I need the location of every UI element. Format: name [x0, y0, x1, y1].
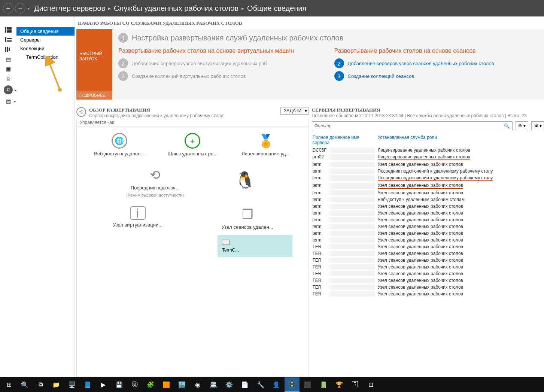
table-row[interactable]: TERУзел сеансов удаленных рабочих столов	[312, 277, 544, 284]
table-row[interactable]: TERУзел сеансов удаленных рабочих столов	[312, 264, 544, 270]
table-row[interactable]: TERУзел сеансов удаленных рабочих столов	[312, 291, 544, 297]
table-row[interactable]: prn02Лицензирование удаленных рабочих ст…	[312, 154, 544, 161]
server-list[interactable]: DC05FЛицензирование удаленных рабочих ст…	[312, 147, 544, 377]
search-icon[interactable]: 🔍	[502, 123, 512, 129]
nav-termcollection[interactable]: TermCollection	[16, 53, 75, 61]
start-button[interactable]: ⊞	[1, 377, 16, 392]
nav-servers[interactable]: Серверы	[16, 36, 75, 44]
taskbar-app-13[interactable]: 📗	[316, 377, 331, 392]
step-2b[interactable]: Добавление серверов узлов сеансов удален…	[348, 61, 494, 66]
table-row[interactable]: termУзел сеансов удаленных рабочих столо…	[312, 161, 544, 168]
view-options-dropdown[interactable]: ⊜ ▾	[516, 121, 528, 130]
refresh-icon[interactable]: ⟲	[76, 107, 86, 117]
printer-icon[interactable]: ⎙	[4, 76, 12, 82]
table-row[interactable]: termУзел сеансов удаленных рабочих столо…	[312, 230, 544, 237]
taskbar-app-7[interactable]: 📇	[206, 377, 221, 392]
explorer-icon[interactable]: 📁	[49, 377, 64, 392]
taskbar-app-8[interactable]: ⚙️	[222, 377, 237, 392]
role-icon-1[interactable]: ▤	[4, 56, 12, 62]
node-gateway[interactable]: ＋Шлюз удаленных ра...	[162, 133, 222, 157]
cell-role: Узел сеансов удаленных рабочих столов	[378, 278, 544, 283]
step-3b[interactable]: Создание коллекций сеансов	[348, 73, 414, 79]
step-3a[interactable]: Создание коллекций виртуальных рабочих с…	[132, 73, 246, 79]
cell-role: Узел сеансов удаленных рабочих столов	[378, 237, 544, 243]
ie-icon[interactable]: ⓔ	[127, 377, 142, 392]
local-server-icon[interactable]	[4, 37, 12, 43]
table-row[interactable]: termПосредник подключений к удаленному р…	[312, 168, 544, 174]
taskbar-app-11[interactable]: 👤	[269, 377, 284, 392]
node-licensing[interactable]: 🏅Лицензирование уд...	[236, 133, 296, 157]
task-view-button[interactable]: ⧉	[33, 377, 48, 392]
table-row[interactable]: termУзел сеансов удаленных рабочих столо…	[312, 210, 544, 216]
save-options-dropdown[interactable]: 🖫 ▾	[531, 121, 544, 130]
table-row[interactable]: termУзел сеансов удаленных рабочих столо…	[312, 182, 544, 189]
table-row[interactable]: termУзел сеансов удаленных рабочих столо…	[312, 223, 544, 230]
taskbar-app-4[interactable]: 🧩	[143, 377, 158, 392]
role-icon-2[interactable]: ▣	[4, 66, 12, 72]
taskbar-app-1[interactable]: 🖥️	[64, 377, 79, 392]
table-row[interactable]: TERУзел сеансов удаленных рабочих столов	[312, 257, 544, 264]
node-session-host[interactable]: ❐Узел сеансов удален... TermC...	[218, 206, 277, 257]
badge-2: 2	[118, 58, 128, 68]
svg-point-10	[58, 88, 62, 92]
table-row[interactable]: TERУзел сеансов удаленных рабочих столов	[312, 284, 544, 291]
tile-more[interactable]: ПОДРОБНЕЕ	[76, 91, 112, 100]
chrome-icon[interactable]: ◉	[190, 377, 205, 392]
table-row[interactable]: TERУзел сеансов удаленных рабочих столов	[312, 270, 544, 277]
table-row[interactable]: termУзел сеансов удаленных рабочих столо…	[312, 216, 544, 223]
server-manager-icon[interactable]: 🗄️	[285, 377, 300, 392]
step-2a[interactable]: Добавление серверов узлов виртуализации …	[132, 61, 267, 66]
back-button[interactable]: ←	[3, 3, 13, 13]
taskbar[interactable]: ⊞ 🔍 ⧉ 📁 🖥️ 📘 ▶ 💾 ⓔ 🧩 🟧 🏙️ ◉ 📇 ⚙️ 📄 🔧 👤 🗄…	[0, 377, 544, 392]
node-virt-host[interactable]: iУзел виртуализации...	[108, 206, 168, 257]
powershell-icon[interactable]: ▶	[96, 377, 111, 392]
col-fqdn[interactable]: Полное доменное имя сервера	[313, 135, 375, 145]
breadcrumb[interactable]: Диспетчер серверов ▸ Службы удаленных ра…	[34, 4, 306, 13]
dashboard-icon[interactable]	[4, 27, 12, 33]
table-row[interactable]: TERУзел сеансов удаленных рабочих столов	[312, 243, 544, 250]
rds-role-icon[interactable]: ⧉	[4, 85, 13, 94]
icon-sidebar: ▤ ▣ ⎙ ⧉ ▤▸	[0, 16, 16, 377]
quickstart-tile[interactable]: БЫСТРЫЙ ЗАПУСК ПОДРОБНЕЕ	[76, 29, 112, 100]
taskbar-app-3[interactable]: 💾	[112, 377, 127, 392]
crumb-page[interactable]: Общие сведения	[247, 4, 306, 13]
taskbar-app-9[interactable]: 📄	[237, 377, 252, 392]
forward-button[interactable]: →	[15, 3, 25, 13]
table-header[interactable]: Полное доменное имя сервера Установленна…	[312, 133, 544, 147]
table-row[interactable]: termУзел сеансов удаленных рабочих столо…	[312, 203, 544, 210]
filter-input[interactable]	[312, 122, 502, 130]
table-row[interactable]: termУзел сеансов удаленных рабочих столо…	[312, 189, 544, 196]
nav-collections[interactable]: Коллекции	[16, 44, 75, 53]
role-icon-3[interactable]: ▤▸	[4, 98, 12, 104]
col-role[interactable]: Установленная служба роли	[378, 135, 437, 145]
all-servers-icon[interactable]	[4, 46, 12, 52]
node-web-access[interactable]: 🌐Веб-доступ к удален...	[89, 133, 149, 157]
nav-overview[interactable]: Общие сведения	[16, 27, 75, 36]
table-row[interactable]: termУзел сеансов удаленных рабочих столо…	[312, 237, 544, 243]
search-button[interactable]: 🔍	[17, 377, 32, 392]
cell-server: term	[313, 183, 375, 189]
history-dropdown[interactable]: ▾	[28, 6, 30, 10]
tasks-dropdown[interactable]: ЗАДАЧИ	[280, 107, 309, 115]
crumb-role[interactable]: Службы удаленных рабочих столов	[114, 4, 238, 13]
table-row[interactable]: DC05FЛицензирование удаленных рабочих ст…	[312, 147, 544, 154]
session-deploy-title[interactable]: Развертывание рабочих столов на основе с…	[334, 47, 538, 55]
taskbar-app-6[interactable]: 🏙️	[174, 377, 189, 392]
crumb-app[interactable]: Диспетчер серверов	[34, 4, 105, 13]
vm-deploy-title[interactable]: Развертывание рабочих столов на основе в…	[118, 47, 322, 55]
taskbar-app-12[interactable]: ⬛	[300, 377, 315, 392]
table-row[interactable]: termВеб-доступ к удаленным рабочим стола…	[312, 196, 544, 203]
taskbar-app-2[interactable]: 📘	[80, 377, 95, 392]
taskbar-app-5[interactable]: 🟧	[159, 377, 174, 392]
taskbar-app-16[interactable]: ⊡	[363, 377, 378, 392]
filter-input-wrap[interactable]: 🔍	[312, 121, 513, 130]
table-row[interactable]: TERУзел сеансов удаленных рабочих столов	[312, 250, 544, 257]
taskbar-app-14[interactable]: 🏆	[332, 377, 347, 392]
collection-box[interactable]: TermC...	[218, 235, 292, 257]
taskbar-app-10[interactable]: 🔧	[253, 377, 268, 392]
table-row[interactable]: termПосредник подключений к удаленному р…	[312, 174, 544, 182]
taskbar-app-15[interactable]: 🅂	[347, 377, 362, 392]
svg-line-9	[48, 59, 60, 90]
watermark-logo: 🐧	[230, 167, 260, 193]
node-broker[interactable]: ⟲Посредник подключ...(Режим высокой дост…	[125, 167, 185, 197]
